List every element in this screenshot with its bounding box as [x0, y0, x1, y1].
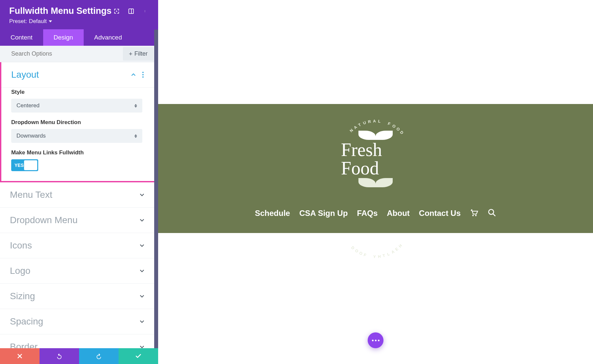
tab-advanced[interactable]: Advanced: [84, 29, 133, 46]
search-input[interactable]: [0, 46, 123, 62]
tab-design[interactable]: Design: [43, 29, 84, 46]
nav-csa-signup[interactable]: CSA Sign Up: [299, 209, 348, 218]
logo-bottom-arc: HEALTHY FOOD: [341, 187, 410, 199]
chevron-down-icon: [139, 243, 145, 248]
logo-top-arc: NATURAL FOOD: [341, 119, 410, 131]
select-arrows-icon: [134, 104, 137, 108]
field-fullwidth: Make Menu Links Fullwidth YES: [11, 149, 147, 171]
panel-header: Fullwidth Menu Settings Preset: Default: [0, 0, 158, 29]
svg-line-9: [493, 214, 495, 216]
filter-label: Filter: [134, 50, 148, 57]
save-button[interactable]: [119, 348, 158, 364]
panel-title: Fullwidth Menu Settings: [9, 6, 111, 16]
field-label: Make Menu Links Fullwidth: [11, 149, 147, 156]
direction-select[interactable]: Downwards: [11, 129, 142, 143]
select-arrows-icon: [134, 134, 137, 138]
preset-dropdown[interactable]: Preset: Default: [9, 18, 111, 25]
fullwidth-toggle[interactable]: YES: [11, 159, 38, 171]
more-menu-icon[interactable]: [142, 8, 149, 14]
section-menu-text[interactable]: Menu Text: [0, 182, 158, 208]
field-label: Style: [11, 89, 147, 95]
field-direction: Dropdown Menu Direction Downwards: [11, 119, 147, 143]
field-style: Style Centered: [11, 89, 147, 113]
close-button[interactable]: [0, 348, 40, 364]
nav-contact[interactable]: Contact Us: [419, 209, 461, 218]
filter-button[interactable]: + Filter: [123, 47, 154, 61]
svg-point-4: [145, 11, 145, 11]
dot-icon: [375, 340, 377, 341]
section-title: Dropdown Menu: [10, 215, 77, 225]
svg-point-5: [145, 12, 145, 12]
search-icon[interactable]: [488, 208, 496, 218]
sections-list: Layout Style Centered Dropdo: [0, 62, 158, 364]
chevron-down-icon: [139, 293, 145, 299]
chevron-down-icon: [139, 192, 145, 198]
section-title: Menu Text: [10, 190, 52, 200]
toggle-knob: [24, 160, 37, 170]
section-more-icon[interactable]: [142, 72, 144, 78]
leaf-icon-bottom: [358, 178, 393, 187]
settings-tabs: Content Design Advanced: [0, 29, 158, 46]
plus-icon: +: [129, 51, 132, 57]
preview-canvas: NATURAL FOOD Fresh Food HEALTHY FOOD Sch…: [158, 0, 593, 364]
svg-point-0: [116, 11, 117, 12]
chevron-down-icon: [139, 268, 145, 274]
panel-footer: [0, 348, 158, 364]
field-label: Dropdown Menu Direction: [11, 119, 147, 126]
settings-panel: Fullwidth Menu Settings Preset: Default …: [0, 0, 158, 364]
preset-value: Default: [29, 18, 47, 25]
svg-rect-2: [131, 9, 132, 13]
responsive-icon[interactable]: [128, 8, 134, 14]
section-title: Layout: [11, 69, 39, 80]
search-bar: + Filter: [0, 46, 158, 62]
section-title: Icons: [10, 240, 32, 251]
svg-point-7: [475, 215, 476, 216]
section-layout-head[interactable]: Layout: [1, 62, 157, 88]
nav-schedule[interactable]: Schedule: [255, 209, 290, 218]
dot-icon: [378, 340, 380, 341]
section-dropdown-menu[interactable]: Dropdown Menu: [0, 208, 158, 233]
toggle-label: YES: [14, 163, 24, 168]
section-layout-highlight: Layout Style Centered Dropdo: [0, 62, 158, 182]
style-select[interactable]: Centered: [11, 99, 142, 113]
panel-scrollbar[interactable]: [154, 30, 158, 348]
leaf-icon-top: [358, 131, 393, 140]
chevron-down-icon: [139, 319, 145, 325]
brand-name: Fresh Food: [341, 141, 410, 177]
section-title: Spacing: [10, 316, 43, 327]
nav-faqs[interactable]: FAQs: [357, 209, 378, 218]
fullwidth-menu-preview: NATURAL FOOD Fresh Food HEALTHY FOOD Sch…: [158, 104, 593, 233]
nav-about[interactable]: About: [387, 209, 409, 218]
tab-content[interactable]: Content: [0, 29, 43, 46]
select-value: Downwards: [16, 133, 46, 139]
expand-icon[interactable]: [113, 8, 120, 14]
dot-icon: [372, 340, 374, 341]
chevron-down-icon: [49, 20, 52, 22]
chevron-up-icon: [130, 72, 136, 78]
chevron-down-icon: [139, 217, 145, 223]
section-sizing[interactable]: Sizing: [0, 284, 158, 309]
logo: NATURAL FOOD Fresh Food HEALTHY FOOD: [341, 119, 410, 199]
section-spacing[interactable]: Spacing: [0, 309, 158, 334]
section-logo[interactable]: Logo: [0, 258, 158, 284]
nav-links: Schedule CSA Sign Up FAQs About Contact …: [255, 208, 496, 218]
collapsed-sections: Menu Text Dropdown Menu Icons Logo Sizin…: [0, 182, 158, 360]
builder-fab[interactable]: [368, 332, 383, 348]
svg-point-3: [145, 10, 145, 11]
undo-button[interactable]: [40, 348, 79, 364]
cart-icon[interactable]: [470, 208, 478, 218]
redo-button[interactable]: [79, 348, 119, 364]
section-title: Logo: [10, 266, 30, 276]
section-icons[interactable]: Icons: [0, 233, 158, 258]
section-layout-body: Style Centered Dropdown Menu Direction D…: [1, 88, 157, 181]
preset-label: Preset:: [9, 18, 27, 25]
select-value: Centered: [16, 102, 40, 109]
section-title: Sizing: [10, 291, 35, 301]
svg-point-6: [472, 215, 473, 216]
